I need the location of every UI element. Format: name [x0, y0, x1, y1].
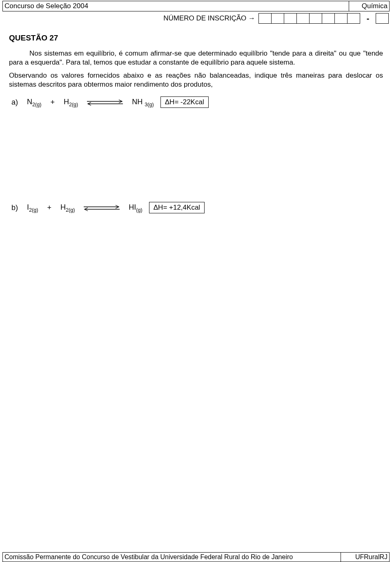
inscricao-box[interactable] — [271, 13, 284, 24]
footer-left: Comissão Permanente do Concurso de Vesti… — [3, 553, 341, 562]
inscricao-box[interactable] — [322, 13, 335, 24]
reaction-a-lhs1-sub: 2(g) — [32, 101, 41, 107]
reaction-a-rhs: NH — [132, 98, 143, 106]
reaction-b-label: b) — [11, 204, 20, 212]
reaction-b-rhs: HI — [129, 203, 136, 211]
reaction-b-dh: ΔH= +12,4Kcal — [149, 202, 205, 213]
reaction-a-dh: ΔH= -22Kcal — [160, 96, 209, 108]
inscricao-box[interactable] — [376, 13, 389, 24]
question-para2: Observando os valores fornecidos abaixo … — [9, 71, 383, 89]
reaction-a-rhs-sub: 3(g) — [145, 101, 154, 107]
reaction-b-equation: I2(g) + H2(g) HI(g) — [27, 203, 143, 213]
footer-right: UFRuralRJ — [341, 553, 390, 562]
inscricao-box[interactable] — [296, 13, 310, 24]
reaction-a-row: a) N2(g) + H2(g) N — [11, 96, 383, 108]
page-footer: Comissão Permanente do Concurso de Vesti… — [2, 552, 390, 562]
reaction-b-lhs2-sub: 2(g) — [66, 207, 75, 213]
reaction-a-label: a) — [11, 98, 20, 107]
page-header: Concurso de Seleção 2004 Química — [2, 1, 390, 11]
inscricao-box[interactable] — [334, 13, 347, 24]
plus-sign: + — [47, 204, 51, 212]
reaction-a-lhs2: H — [64, 98, 69, 106]
inscricao-box[interactable] — [347, 13, 360, 24]
equilibrium-arrow-icon — [85, 98, 125, 107]
reaction-a-equation: N2(g) + H2(g) NH 3(g) — [27, 98, 154, 107]
reaction-a-lhs2-sub: 2(g) — [69, 101, 78, 107]
reaction-b-lhs1-sub: 2(g) — [29, 207, 38, 213]
question-title: QUESTÃO 27 — [9, 34, 383, 43]
reaction-b-lhs2: H — [60, 203, 66, 211]
inscricao-boxes-right[interactable] — [376, 13, 389, 24]
inscricao-box[interactable] — [309, 13, 322, 24]
inscricao-boxes-left[interactable] — [258, 13, 360, 24]
inscricao-box[interactable] — [258, 13, 272, 24]
inscricao-row: NÚMERO DE INSCRIÇÃO → - — [0, 13, 389, 24]
inscricao-label: NÚMERO DE INSCRIÇÃO → — [163, 14, 255, 22]
equilibrium-arrow-icon — [82, 204, 121, 212]
reaction-b-row: b) I2(g) + H2(g) H — [11, 202, 383, 213]
inscricao-sep: - — [363, 13, 372, 24]
header-left: Concurso de Seleção 2004 — [3, 1, 349, 11]
plus-sign: + — [50, 98, 55, 107]
inscricao-box[interactable] — [284, 13, 297, 24]
reaction-b-rhs-sub: (g) — [136, 207, 142, 213]
reaction-a-lhs1: N — [27, 98, 32, 106]
question-para1: Nos sistemas em equilíbrio, é comum afir… — [9, 49, 383, 67]
header-right: Química — [349, 1, 390, 11]
